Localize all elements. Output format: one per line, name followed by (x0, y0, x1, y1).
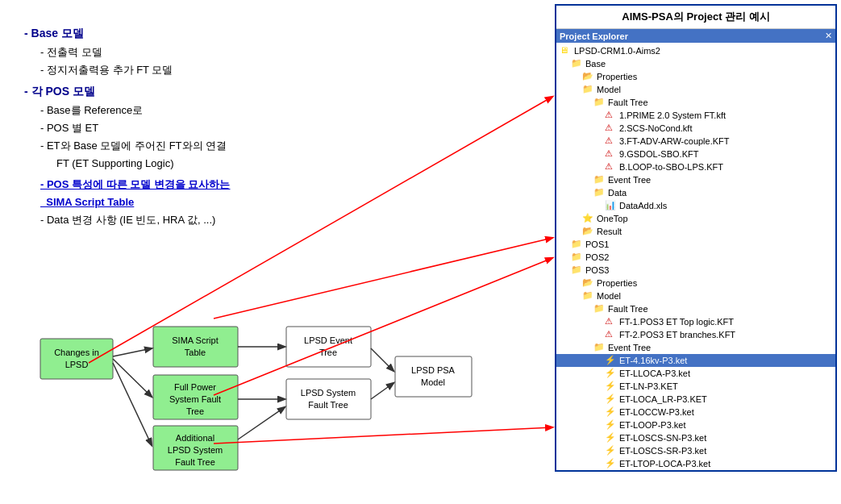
tree-item-21[interactable]: 📁Fault Tree (556, 302, 835, 315)
tree-label: 2.SCS-NoCond.kft (619, 123, 692, 133)
tree-item-19[interactable]: 📂Properties (556, 277, 835, 289)
svg-rect-0 (40, 339, 113, 379)
sima-script-highlight: - POS 특성에 따른 모델 변경을 묘사하는 SIMA Script Tab… (40, 178, 230, 208)
tree-item-12[interactable]: 📁Data (556, 186, 835, 199)
tree-label: DataAdd.xls (619, 201, 667, 210)
tree-item-11[interactable]: 📁Event Tree (556, 173, 835, 186)
toolbar-title: Project Explorer (560, 31, 628, 41)
tree-item-6[interactable]: ⚠1.PRIME 2.0 System FT.kft (556, 109, 835, 122)
svg-text:System Fault: System Fault (169, 394, 221, 404)
tree-label: 3.FT-ADV-ARW-couple.KFT (619, 136, 730, 146)
svg-text:Model: Model (421, 377, 445, 387)
ft-icon: ⚠ (605, 110, 618, 121)
tree-label: ET-LOSCS-SR-P3.ket (619, 446, 706, 456)
panel-close-btn[interactable]: ✕ (825, 31, 832, 41)
tree-item-24[interactable]: 📁Event Tree (556, 341, 835, 354)
et-icon: ⚡ (605, 432, 618, 444)
line6: - POS 별 ET (40, 119, 524, 137)
svg-text:SIMA Script: SIMA Script (172, 335, 218, 345)
tree-item-3[interactable]: 📂Properties (556, 70, 835, 83)
tree-item-13[interactable]: 📊DataAdd.xls (556, 199, 835, 212)
tree-label: OneTop (597, 214, 628, 223)
svg-line-25 (113, 363, 152, 445)
tree-label: LPSD-CRM1.0-Aims2 (574, 46, 660, 56)
svg-line-30 (371, 383, 393, 399)
pos-model-label: - 각 POS 모델 (24, 85, 95, 98)
tree-item-14[interactable]: ⭐OneTop (556, 212, 835, 225)
folder-icon: 📁 (571, 264, 584, 276)
tree-item-23[interactable]: ⚠FT-2.POS3 ET branches.KFT (556, 328, 835, 341)
tree-item-22[interactable]: ⚠FT-1.POS3 ET Top logic.KFT (556, 315, 835, 328)
ft-icon: ⚠ (605, 161, 618, 173)
tree-label: ET-LLOCA-P3.ket (619, 369, 690, 378)
tree-item-5[interactable]: 📁Fault Tree (556, 96, 835, 109)
line2: - 전출력 모델 (40, 44, 524, 61)
tree-label: Properties (597, 278, 637, 288)
et-icon: ⚡ (605, 394, 618, 405)
folder-icon: 📁 (593, 97, 606, 108)
tree-item-16[interactable]: 📁POS1 (556, 238, 835, 251)
svg-text:LPSD System: LPSD System (168, 445, 223, 455)
line9-10: - POS 특성에 따른 모델 변경을 묘사하는 SIMA Script Tab… (40, 176, 524, 211)
tree-label: POS3 (585, 265, 609, 275)
tree-item-29[interactable]: ⚡ET-LOCCW-P3.ket (556, 406, 835, 419)
tree-item-25[interactable]: ⚡ET-4.16kv-P3.ket (556, 354, 835, 367)
tree-item-32[interactable]: ⚡ET-LOSCS-SR-P3.ket (556, 444, 835, 457)
tree-label: Event Tree (608, 175, 651, 185)
folder-icon: 📁 (593, 174, 606, 185)
tree-item-9[interactable]: ⚠9.GSDOL-SBO.KFT (556, 148, 835, 160)
svg-text:Tree: Tree (186, 406, 204, 416)
line7: - ET와 Base 모델에 주어진 FT와의 연결 (40, 137, 524, 155)
tree-item-17[interactable]: 📁POS2 (556, 251, 835, 264)
line4: - 각 POS 모델 (24, 82, 524, 102)
folder-icon: 📁 (571, 239, 584, 250)
tree-item-2[interactable]: 📁Base (556, 57, 835, 70)
svg-text:Tree: Tree (319, 348, 337, 357)
tree-label: POS2 (585, 252, 609, 262)
tree-item-30[interactable]: ⚡ET-LOOP-P3.ket (556, 419, 835, 431)
tree-label: B.LOOP-to-SBO-LPS.KFT (619, 162, 723, 172)
tree-item-27[interactable]: ⚡ET-LN-P3.KET (556, 380, 835, 393)
tree-label: 9.GSDOL-SBO.KFT (619, 149, 698, 159)
tree-item-28[interactable]: ⚡ET-LOCA_LR-P3.KET (556, 393, 835, 406)
ft-icon: ⚠ (605, 123, 618, 134)
folder-small-icon: 📂 (582, 71, 595, 82)
svg-rect-3 (153, 327, 238, 367)
text-section: - Base 모델 - 전출력 모델 - 정지저출력용 추가 FT 모델 - 각… (24, 24, 524, 229)
tree-label: Model (597, 85, 621, 94)
folder-icon: 📁 (582, 290, 595, 302)
diagram-area: Changes in LPSD SIMA Script Table Full P… (24, 290, 524, 478)
tree-container[interactable]: 🖥LPSD-CRM1.0-Aims2📁Base📂Properties📁Model… (556, 43, 835, 470)
line11: - Data 변경 사항 (IE 빈도, HRA 값, ...) (40, 211, 524, 229)
svg-text:Fault Tree: Fault Tree (175, 457, 215, 467)
tree-item-8[interactable]: ⚠3.FT-ADV-ARW-couple.KFT (556, 135, 835, 148)
tree-item-4[interactable]: 📁Model (556, 83, 835, 96)
tree-label: ET-LOCA_LR-P3.KET (619, 394, 707, 404)
xls-icon: 📊 (605, 200, 618, 211)
tree-item-10[interactable]: ⚠B.LOOP-to-SBO-LPS.KFT (556, 160, 835, 173)
right-panel: AIMS-PSA의 Project 관리 예시 Project Explorer… (555, 4, 837, 472)
tree-item-20[interactable]: 📁Model (556, 289, 835, 302)
et-icon: ⚡ (605, 419, 618, 431)
tree-item-31[interactable]: ⚡ET-LOSCS-SN-P3.ket (556, 431, 835, 444)
tree-item-18[interactable]: 📁POS3 (556, 264, 835, 277)
line5: - Base를 Reference로 (40, 102, 524, 119)
tree-item-33[interactable]: ⚡ET-LTOP-LOCA-P3.ket (556, 457, 835, 470)
et-icon: ⚡ (605, 445, 618, 456)
ft-icon: ⚠ (605, 329, 618, 340)
folder-icon: 📁 (593, 303, 606, 314)
tree-label: ET-4.16kv-P3.ket (619, 356, 687, 365)
tree-label: Fault Tree (608, 304, 648, 314)
svg-text:Additional: Additional (176, 433, 214, 443)
tree-label: Fault Tree (608, 98, 648, 107)
et-icon: ⚡ (605, 406, 618, 418)
tree-item-1[interactable]: 🖥LPSD-CRM1.0-Aims2 (556, 44, 835, 57)
ft-icon: ⚠ (605, 148, 618, 160)
tree-item-26[interactable]: ⚡ET-LLOCA-P3.ket (556, 367, 835, 380)
root-icon: 🖥 (560, 45, 572, 56)
svg-text:Fault Tree: Fault Tree (308, 400, 348, 410)
svg-text:LPSD System: LPSD System (301, 388, 356, 398)
tree-item-15[interactable]: 📂Result (556, 225, 835, 238)
tree-label: Data (608, 188, 627, 198)
tree-item-7[interactable]: ⚠2.SCS-NoCond.kft (556, 122, 835, 135)
